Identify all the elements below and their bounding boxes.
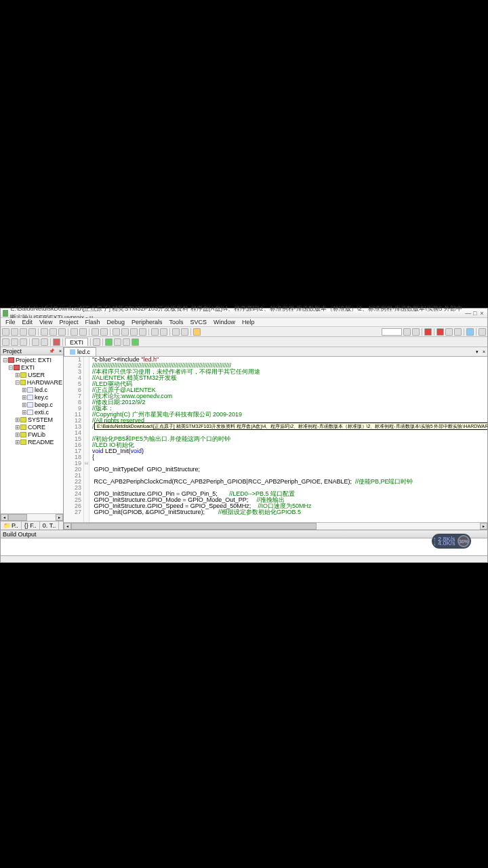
debug-icon[interactable] (424, 328, 432, 336)
tree-file-led[interactable]: ⊞led.c (1, 386, 62, 393)
menu-help[interactable]: Help (239, 319, 258, 326)
editor-tab-led[interactable]: led.c (64, 347, 96, 356)
new-icon[interactable] (2, 328, 9, 336)
incremental-find-icon[interactable] (412, 328, 420, 336)
rebuild-icon[interactable] (20, 338, 27, 346)
network-widget[interactable]: ↑ 2.8K/s↓ 4.0K/s 36% (432, 534, 471, 549)
find-icon[interactable] (193, 328, 201, 336)
undo-icon[interactable] (70, 328, 78, 336)
menu-edit[interactable]: Edit (19, 319, 37, 326)
editor-tabs: led.c ▾ × (64, 347, 487, 357)
title-bar: E:\BaiduNetdiskDownload\[正点原子] 精英STM32F1… (1, 309, 487, 318)
nav-back-icon[interactable] (92, 328, 99, 336)
project-tree[interactable]: ⊟Project: EXTI ⊟EXTI ⊞USER ⊟HARDWARE ⊞le… (1, 355, 63, 513)
build-output-body[interactable]: ↑ 2.8K/s↓ 4.0K/s 36% (1, 538, 487, 555)
uncomment-icon[interactable] (181, 328, 188, 336)
download-icon[interactable] (53, 338, 60, 346)
window-icon[interactable] (466, 328, 474, 336)
translate-icon[interactable] (2, 338, 9, 346)
project-panel: Project 📌 × ⊟Project: EXTI ⊟EXTI ⊞USER ⊟… (1, 347, 64, 530)
menu-svcs[interactable]: SVCS (187, 319, 211, 326)
copy-icon[interactable] (49, 328, 57, 336)
nav-fwd-icon[interactable] (100, 328, 108, 336)
bookmark-icon[interactable] (113, 328, 120, 336)
tree-file-beep[interactable]: ⊞beep.c (1, 401, 62, 408)
minimize-button[interactable]: — (465, 310, 472, 317)
widget-percent[interactable]: 36% (458, 535, 470, 547)
find-scope-icon[interactable] (403, 328, 411, 336)
tab-close-icon[interactable]: × (481, 349, 487, 354)
menu-bar: File Edit View Project Flash Debug Perip… (1, 318, 487, 327)
configure-icon[interactable] (479, 328, 486, 336)
editor-area: led.c ▾ × E:\BaiduNetdiskDownload\[正点原子]… (64, 347, 487, 530)
toolbar-main (1, 327, 487, 337)
tree-group-core[interactable]: ⊞CORE (1, 423, 62, 431)
project-panel-tabs: 📁P.. {} F.. 0. T.. (1, 521, 63, 530)
bookmark-next-icon[interactable] (130, 328, 138, 336)
fold-column[interactable]: ⊟ (84, 357, 89, 522)
project-panel-title: Project (3, 348, 22, 355)
menu-project[interactable]: Project (56, 319, 81, 326)
bookmark-prev-icon[interactable] (121, 328, 129, 336)
build-output-title: Build Output (3, 531, 37, 538)
tree-group-fwlib[interactable]: ⊞FWLib (1, 431, 62, 438)
code-content[interactable]: "c-blue">#include "led.h"///////////////… (89, 357, 487, 522)
find-combo[interactable] (382, 328, 402, 336)
tab-dropdown-icon[interactable]: ▾ (474, 349, 481, 355)
menu-view[interactable]: View (36, 319, 56, 326)
build-output-panel: Build Output ↑ 2.8K/s↓ 4.0K/s 36% (1, 530, 487, 562)
redo-icon[interactable] (79, 328, 87, 336)
tab-functions[interactable]: {} F.. (22, 521, 40, 530)
scroll-right-icon[interactable]: ▸ (480, 523, 487, 530)
tab-project[interactable]: 📁P.. (1, 521, 22, 530)
tree-hscroll[interactable]: ◂▸ (1, 513, 63, 521)
paste-icon[interactable] (58, 328, 66, 336)
saveall-icon[interactable] (28, 328, 36, 336)
tree-group-user[interactable]: ⊞USER (1, 371, 62, 378)
cut-icon[interactable] (41, 328, 48, 336)
books-icon[interactable] (114, 338, 121, 346)
outdent-icon[interactable] (160, 328, 167, 336)
menu-window[interactable]: Window (210, 319, 239, 326)
breakpoint-disable-icon[interactable] (445, 328, 453, 336)
indent-icon[interactable] (151, 328, 159, 336)
menu-peripherals[interactable]: Peripherals (128, 319, 166, 326)
close-button[interactable]: × (479, 310, 485, 317)
target-options-icon[interactable] (93, 338, 100, 346)
tree-group-readme[interactable]: ⊞README (1, 438, 62, 446)
pin-icon[interactable]: 📌 (49, 349, 55, 354)
pack-installer-icon[interactable] (123, 338, 130, 346)
manage-rtenv-icon[interactable] (105, 338, 113, 346)
app-icon (3, 310, 8, 317)
panel-close-icon[interactable]: × (59, 349, 62, 353)
tree-group-system[interactable]: ⊞SYSTEM (1, 416, 62, 423)
manage-icon[interactable] (131, 338, 139, 346)
save-icon[interactable] (20, 328, 27, 336)
menu-file[interactable]: File (2, 319, 19, 326)
comment-icon[interactable] (172, 328, 180, 336)
tree-file-exti[interactable]: ⊞exti.c (1, 408, 62, 416)
tree-target[interactable]: ⊟EXTI (1, 363, 62, 371)
breakpoint-icon[interactable] (436, 328, 444, 336)
maximize-button[interactable]: □ (472, 310, 479, 317)
stop-build-icon[interactable] (41, 338, 48, 346)
tree-root[interactable]: ⊟Project: EXTI (1, 356, 62, 363)
editor-hscroll[interactable]: ◂ ▸ (64, 522, 487, 530)
tree-file-key[interactable]: ⊞key.c (1, 393, 62, 401)
tab-templates[interactable]: 0. T.. (40, 521, 59, 530)
line-gutter: 1234567891112131415161718192021222324252… (64, 357, 84, 522)
app-window: E:\BaiduNetdiskDownload\[正点原子] 精英STM32F1… (0, 308, 488, 563)
build-icon[interactable] (11, 338, 18, 346)
code-area[interactable]: E:\BaiduNetdiskDownload\[正点原子] 精英STM32F1… (64, 357, 487, 522)
menu-tools[interactable]: Tools (165, 319, 186, 326)
tree-group-hardware[interactable]: ⊟HARDWARE (1, 378, 62, 386)
menu-debug[interactable]: Debug (103, 319, 128, 326)
batch-build-icon[interactable] (32, 338, 39, 346)
bookmark-clear-icon[interactable] (139, 328, 146, 336)
open-icon[interactable] (11, 328, 18, 336)
scroll-left-icon[interactable]: ◂ (64, 523, 71, 530)
target-selector[interactable]: EXTI (65, 338, 88, 346)
breakpoint-kill-icon[interactable] (454, 328, 462, 336)
main-area: Project 📌 × ⊟Project: EXTI ⊟EXTI ⊞USER ⊟… (1, 347, 487, 530)
menu-flash[interactable]: Flash (81, 319, 103, 326)
